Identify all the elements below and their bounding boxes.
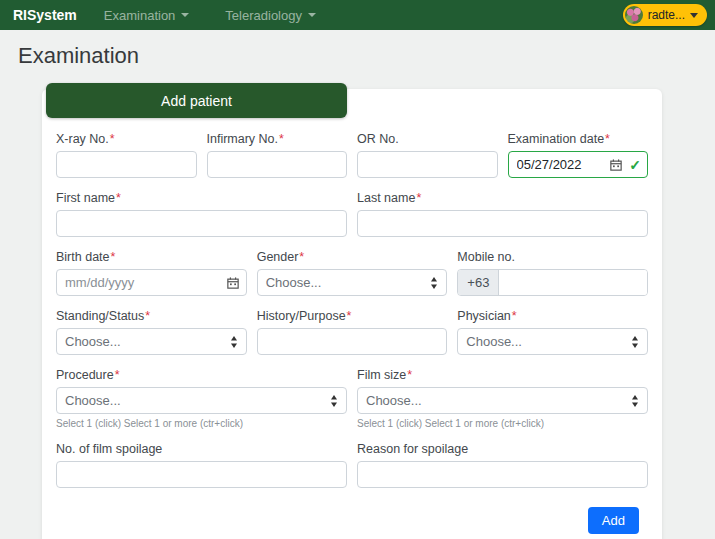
required-asterisk: * — [407, 368, 412, 382]
film-size-label: Film size* — [357, 368, 648, 382]
chevron-down-icon — [690, 13, 698, 18]
or-no-label: OR No. — [357, 132, 498, 146]
chevron-down-icon — [181, 13, 189, 17]
required-asterisk: * — [416, 191, 421, 205]
brand-logo[interactable]: RISystem — [13, 7, 77, 23]
film-size-select-value: Choose... — [366, 393, 422, 408]
physician-select-value: Choose... — [466, 334, 522, 349]
select-arrows-icon — [631, 395, 639, 407]
form-row-3: Birth date* Gender* Choose... — [51, 250, 653, 296]
form-row-6: No. of film spoilage Reason for spoilage — [51, 442, 653, 488]
exam-date-label: Examination date* — [508, 132, 649, 146]
gender-label: Gender* — [257, 250, 448, 264]
procedure-label: Procedure* — [56, 368, 347, 382]
required-asterisk: * — [605, 132, 610, 146]
required-asterisk: * — [111, 250, 116, 264]
film-spoilage-input[interactable] — [56, 461, 347, 488]
spoilage-reason-input[interactable] — [357, 461, 648, 488]
procedure-select-value: Choose... — [65, 393, 121, 408]
valid-check-icon: ✓ — [629, 158, 641, 172]
nav-item-examination-label: Examination — [104, 8, 176, 23]
form-row-4: Standing/Status* Choose... History/Purpo… — [51, 309, 653, 355]
film-spoilage-label: No. of film spoilage — [56, 442, 347, 456]
required-asterisk: * — [116, 191, 121, 205]
top-navbar: RISystem Examination Teleradiology radte… — [0, 0, 715, 30]
standing-status-label: Standing/Status* — [56, 309, 247, 323]
film-size-select[interactable]: Choose... — [357, 387, 648, 414]
standing-status-select[interactable]: Choose... — [56, 328, 247, 355]
history-purpose-input[interactable] — [257, 328, 448, 355]
birth-date-label: Birth date* — [56, 250, 247, 264]
gender-select[interactable]: Choose... — [257, 269, 448, 296]
required-asterisk: * — [347, 309, 352, 323]
select-arrows-icon — [330, 395, 338, 407]
select-arrows-icon — [430, 277, 438, 289]
last-name-label: Last name* — [357, 191, 648, 205]
select-arrows-icon — [230, 336, 238, 348]
exam-date-input[interactable] — [508, 151, 649, 178]
calendar-icon[interactable] — [610, 159, 622, 171]
mobile-no-input[interactable] — [499, 270, 647, 295]
physician-label: Physician* — [457, 309, 648, 323]
mobile-input-group: +63 — [457, 269, 648, 296]
calendar-icon[interactable] — [227, 277, 239, 289]
procedure-select[interactable]: Choose... — [56, 387, 347, 414]
standing-status-select-value: Choose... — [65, 334, 121, 349]
country-code-prefix: +63 — [458, 270, 499, 295]
required-asterisk: * — [279, 132, 284, 146]
gender-select-value: Choose... — [266, 275, 322, 290]
first-name-input[interactable] — [56, 210, 347, 237]
history-purpose-label: History/Purpose* — [257, 309, 448, 323]
xray-no-input[interactable] — [56, 151, 197, 178]
first-name-label: First name* — [56, 191, 347, 205]
required-asterisk: * — [145, 309, 150, 323]
page-title: Examination — [18, 43, 715, 69]
username-label: radte... — [648, 8, 685, 22]
procedure-help-text: Select 1 (click) Select 1 or more (ctr+c… — [56, 418, 347, 429]
last-name-input[interactable] — [357, 210, 648, 237]
required-asterisk: * — [115, 368, 120, 382]
add-button[interactable]: Add — [588, 507, 639, 534]
infirmary-no-label: Infirmary No.* — [207, 132, 348, 146]
select-arrows-icon — [631, 336, 639, 348]
nav-item-teleradiology-label: Teleradiology — [225, 8, 302, 23]
mobile-no-label: Mobile no. — [457, 250, 648, 264]
form-actions: Add — [51, 501, 653, 534]
main-nav: Examination Teleradiology — [104, 8, 352, 23]
xray-no-label: X-ray No.* — [56, 132, 197, 146]
user-menu-button[interactable]: radte... — [623, 4, 707, 26]
required-asterisk: * — [512, 309, 517, 323]
required-asterisk: * — [110, 132, 115, 146]
form-row-2: First name* Last name* — [51, 191, 653, 237]
chevron-down-icon — [308, 13, 316, 17]
nav-item-examination[interactable]: Examination — [104, 8, 190, 23]
add-patient-card: Add patient X-ray No.* Infirmary No.* OR… — [42, 89, 662, 539]
infirmary-no-input[interactable] — [207, 151, 348, 178]
film-size-help-text: Select 1 (click) Select 1 or more (ctr+c… — [357, 418, 648, 429]
physician-select[interactable]: Choose... — [457, 328, 648, 355]
avatar — [625, 6, 643, 24]
add-patient-header[interactable]: Add patient — [46, 83, 347, 118]
or-no-input[interactable] — [357, 151, 498, 178]
nav-item-teleradiology[interactable]: Teleradiology — [225, 8, 316, 23]
spoilage-reason-label: Reason for spoilage — [357, 442, 648, 456]
birth-date-input[interactable] — [56, 269, 247, 296]
form-row-5: Procedure* Choose... Select 1 (click) Se… — [51, 368, 653, 429]
add-patient-form: X-ray No.* Infirmary No.* OR No. Examina… — [42, 124, 662, 534]
required-asterisk: * — [299, 250, 304, 264]
form-row-1: X-ray No.* Infirmary No.* OR No. Examina… — [51, 132, 653, 178]
